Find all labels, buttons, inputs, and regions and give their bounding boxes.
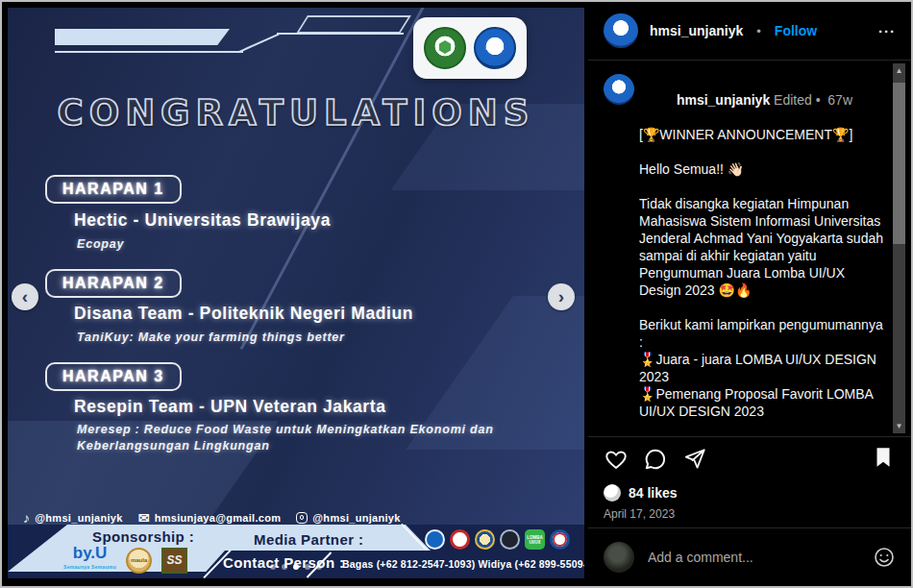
media-partner-logos: LOMBA UI/UX	[425, 529, 570, 550]
caption-scroll-area: hmsi_unjaniyk Edited • 67w [🏆WINNER ANNO…	[588, 61, 911, 436]
winner-label-harapan-2: HARAPAN 2	[45, 269, 182, 298]
media-partner-logo	[475, 529, 495, 550]
caption-scrollbar[interactable]: ▲ ▼	[893, 63, 905, 433]
caption-paragraph	[639, 143, 887, 160]
email-text: hmsiunjaya@gmail.com	[155, 512, 282, 524]
instagram-handle: @hmsi_unjaniyk	[296, 512, 400, 524]
post-actions	[588, 437, 911, 481]
likes-row: 84 likes	[588, 481, 911, 504]
instagram-handle-text: @hmsi_unjaniyk	[312, 512, 400, 524]
carousel-next-button[interactable]: ›	[548, 283, 575, 310]
media-partner-logo	[550, 529, 570, 550]
email-contact: ✉ hmsiunjaya@gmail.com	[138, 511, 282, 525]
winner-team-harapan-2: Disana Team - Politeknik Negeri Madiun	[74, 304, 413, 324]
caption-body: hmsi_unjaniyk Edited • 67w [🏆WINNER ANNO…	[639, 74, 887, 436]
poster-header-line	[55, 51, 243, 53]
save-bookmark-icon[interactable]	[871, 445, 896, 470]
caption-paragraph	[639, 420, 887, 436]
winner-team-harapan-3: Resepin Team - UPN Veteran Jakarta	[74, 397, 386, 417]
sponsorship-label: Sponsorship :	[92, 528, 194, 545]
footer-navy-section	[8, 525, 67, 572]
carousel-dot-active[interactable]	[293, 564, 299, 570]
instagram-post-modal: CONGRATULATIONS HARAPAN 1 Hectic - Unive…	[0, 0, 913, 588]
media-partner-logo	[425, 529, 445, 550]
scrollbar-up-icon[interactable]: ▲	[893, 63, 905, 78]
tiktok-icon: ♪	[23, 511, 30, 525]
caption-edited: Edited	[770, 92, 812, 108]
media-partner-logo: LOMBA UI/UX	[525, 529, 545, 550]
scrollbar-down-icon[interactable]: ▼	[893, 419, 905, 433]
caption-byline: hmsi_unjaniyk Edited • 67w	[639, 74, 887, 126]
author-username[interactable]: hmsi_unjaniyk	[650, 23, 743, 38]
poster-header-line	[238, 34, 280, 54]
byu-sponsor-logo: by.USemaunya Semaumu	[63, 547, 116, 574]
scrollbar-thumb[interactable]	[893, 83, 905, 244]
likes-count[interactable]: 84 likes	[629, 485, 678, 501]
like-heart-icon[interactable]	[604, 447, 629, 472]
sponsor-logos: by.USemaunya Semaumu maula SS	[63, 547, 187, 574]
caption-paragraph	[639, 299, 887, 316]
caption-paragraph: [🏆WINNER ANNOUNCEMENT🏆]	[639, 126, 887, 143]
caption-paragraph: 🎖️Pemenang Proposal Favorit LOMBA UI/UX …	[639, 385, 887, 420]
poster-social-row: ♪ @hmsi_unjaniyk ✉ hmsiunjaya@gmail.com …	[23, 511, 401, 525]
carousel-dot[interactable]	[316, 564, 322, 570]
poster-image: CONGRATULATIONS HARAPAN 1 Hectic - Unive…	[8, 8, 584, 578]
ss-sponsor-logo: SS	[161, 548, 187, 574]
media-partner-logo	[500, 529, 520, 550]
comment-icon[interactable]	[643, 447, 668, 472]
maula-sponsor-logo: maula	[126, 548, 152, 574]
instagram-icon	[296, 512, 308, 524]
follow-button[interactable]: Follow	[775, 23, 817, 38]
carousel-dots[interactable]	[270, 564, 322, 570]
caption-author-avatar[interactable]	[604, 74, 634, 105]
carousel-dot[interactable]	[282, 564, 287, 570]
carousel-dot[interactable]	[270, 564, 276, 570]
winner-label-harapan-1: HARAPAN 1	[45, 175, 182, 204]
post-media-pane: CONGRATULATIONS HARAPAN 1 Hectic - Unive…	[2, 2, 588, 586]
caption-timestamp: • 67w	[812, 92, 852, 108]
poster-title: CONGRATULATIONS	[8, 92, 584, 134]
caption-paragraph	[639, 178, 887, 195]
winner-project-harapan-1: Ecopay	[77, 236, 500, 253]
tiktok-handle-text: @hmsi_unjaniyk	[35, 512, 122, 524]
share-icon[interactable]	[682, 447, 707, 472]
author-avatar[interactable]	[604, 13, 638, 48]
post-date: April 17, 2023	[588, 504, 911, 527]
media-partner-logo	[450, 529, 470, 550]
caption-paragraph: Tidak disangka kegiatan Himpunan Mahasis…	[639, 195, 887, 299]
liker-avatar[interactable]	[604, 484, 621, 502]
mail-icon: ✉	[138, 511, 150, 525]
viewer-avatar[interactable]	[604, 542, 634, 573]
poster-header-outline	[296, 15, 411, 34]
post-detail-pane: hmsi_unjaniyk • Follow ··· hmsi_unjaniyk…	[588, 2, 911, 586]
winner-project-harapan-3: Meresep : Reduce Food Waste untuk Mening…	[77, 422, 500, 454]
header-separator: •	[756, 24, 761, 38]
winner-project-harapan-2: TaniKuy: Make your farming things better	[77, 330, 500, 346]
hmsi-logo-icon	[474, 27, 516, 69]
more-options-icon[interactable]: ···	[878, 23, 896, 39]
post-header: hmsi_unjaniyk • Follow ···	[588, 2, 911, 60]
tiktok-handle: ♪ @hmsi_unjaniyk	[23, 511, 123, 525]
winner-team-harapan-1: Hectic - Universitas Brawijaya	[74, 210, 331, 231]
caption-paragraph: 🎖️Juara - juara LOMBA UI/UX DESIGN 2023	[639, 351, 887, 385]
poster-header-bar	[55, 29, 230, 45]
university-crest-icon	[424, 27, 466, 69]
poster-decorative-streak	[240, 8, 432, 350]
carousel-prev-button[interactable]: ‹	[12, 283, 38, 310]
bookmark-wrap	[871, 445, 896, 474]
carousel-dot[interactable]	[305, 564, 310, 570]
organization-logos	[413, 17, 527, 79]
add-comment-input[interactable]	[646, 549, 861, 566]
add-comment-row	[588, 528, 911, 586]
caption-username[interactable]: hmsi_unjaniyk	[677, 92, 770, 108]
media-partner-label: Media Partner :	[254, 531, 363, 548]
winner-label-harapan-3: HARAPAN 3	[45, 362, 182, 391]
caption-paragraph: Berikut kami lampirkan pengumumannya :	[639, 316, 887, 351]
contact-person-numbers: Bagas (+62 812-2547-1093) Widiya (+62 89…	[342, 558, 584, 570]
poster-footer-band: Sponsorship : by.USemaunya Semaumu maula…	[8, 525, 584, 578]
emoji-picker-icon[interactable]	[873, 546, 896, 569]
caption-paragraph: Hello Semua!! 👋🏻	[639, 160, 887, 178]
